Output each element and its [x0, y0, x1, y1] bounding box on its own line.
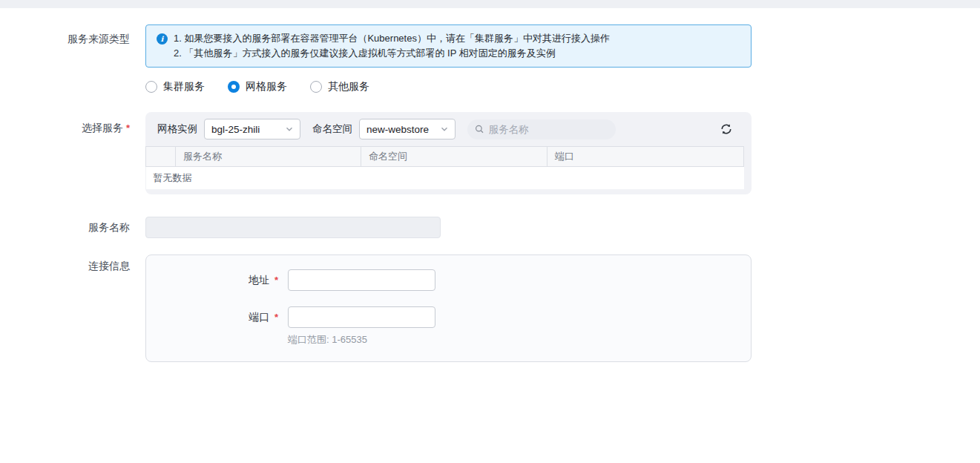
mesh-instance-label: 网格实例	[157, 122, 197, 136]
chevron-down-icon	[440, 125, 449, 134]
radio-label: 网格服务	[246, 80, 287, 93]
column-header-service-name: 服务名称	[176, 147, 361, 167]
radio-circle[interactable]	[228, 81, 240, 93]
connection-info-panel: 地址 * 端口 * 端口范围: 1-65535	[145, 255, 752, 362]
connection-info-label: 连接信息	[0, 255, 130, 362]
top-header-strip	[0, 0, 980, 8]
refresh-icon	[720, 122, 733, 136]
namespace-value: new-webstore	[366, 124, 429, 135]
chevron-down-icon	[285, 125, 294, 134]
column-header-namespace: 命名空间	[361, 147, 547, 167]
empty-state-text: 暂无数据	[146, 167, 744, 189]
radio-label: 其他服务	[328, 80, 369, 93]
port-label: 端口	[146, 306, 269, 347]
required-mark: *	[126, 122, 130, 134]
required-mark: *	[274, 269, 280, 291]
service-table-header-row: 服务名称 命名空间 端口	[146, 147, 744, 167]
radio-circle[interactable]	[145, 81, 157, 93]
alert-line-1: 1. 如果您要接入的服务部署在容器管理平台（Kubernetes）中，请在「集群…	[174, 31, 610, 46]
radio-cluster-service[interactable]: 集群服务	[145, 80, 205, 93]
service-table: 服务名称 命名空间 端口 暂无数据	[145, 146, 744, 189]
form-row-connection-info: 连接信息 地址 * 端口 * 端口范围: 1-65535	[0, 255, 980, 362]
service-name-input	[145, 217, 441, 238]
form-row-source-type: 服务来源类型 i 1. 如果您要接入的服务部署在容器管理平台（Kubernete…	[0, 24, 980, 93]
mesh-instance-value: bgl-25-zhili	[211, 124, 260, 135]
required-mark: *	[274, 306, 280, 347]
service-search-box[interactable]	[467, 119, 616, 139]
service-name-label: 服务名称	[0, 217, 130, 238]
form-row-service-name: 服务名称	[0, 217, 980, 238]
radio-mesh-service[interactable]: 网格服务	[228, 80, 287, 93]
info-icon: i	[157, 33, 168, 45]
source-type-label: 服务来源类型	[0, 24, 130, 93]
service-filter-toolbar: 网格实例 bgl-25-zhili 命名空间 new-webstore	[145, 119, 744, 139]
service-access-form: 服务来源类型 i 1. 如果您要接入的服务部署在容器管理平台（Kubernete…	[0, 24, 980, 362]
radio-label: 集群服务	[163, 80, 205, 93]
select-service-panel: 网格实例 bgl-25-zhili 命名空间 new-webstore	[145, 112, 752, 194]
port-field-row: 端口 * 端口范围: 1-65535	[146, 306, 751, 347]
empty-row: 暂无数据	[146, 167, 744, 189]
mesh-instance-select[interactable]: bgl-25-zhili	[204, 119, 300, 139]
column-header-port: 端口	[547, 147, 744, 167]
select-column-header	[146, 147, 176, 167]
form-row-select-service: 选择服务* 网格实例 bgl-25-zhili 命名空间 new-webstor…	[0, 112, 980, 194]
namespace-select[interactable]: new-webstore	[359, 119, 456, 139]
service-search-input[interactable]	[489, 124, 608, 135]
search-icon	[475, 124, 484, 134]
radio-circle[interactable]	[310, 81, 322, 93]
address-field-row: 地址 *	[146, 269, 751, 291]
alert-line-2: 2. 「其他服务」方式接入的服务仅建议接入虚拟机等方式部署的 IP 相对固定的服…	[174, 46, 610, 61]
port-input[interactable]	[288, 306, 435, 328]
port-range-hint: 端口范围: 1-65535	[288, 333, 435, 347]
select-service-label: 选择服务*	[0, 112, 130, 194]
address-input[interactable]	[288, 269, 435, 291]
radio-other-service[interactable]: 其他服务	[310, 80, 369, 93]
namespace-label: 命名空间	[312, 122, 352, 136]
refresh-button[interactable]	[718, 121, 734, 137]
source-type-radio-group: 集群服务 网格服务 其他服务	[145, 80, 752, 93]
info-alert: i 1. 如果您要接入的服务部署在容器管理平台（Kubernetes）中，请在「…	[145, 24, 752, 68]
address-label: 地址	[146, 269, 269, 291]
